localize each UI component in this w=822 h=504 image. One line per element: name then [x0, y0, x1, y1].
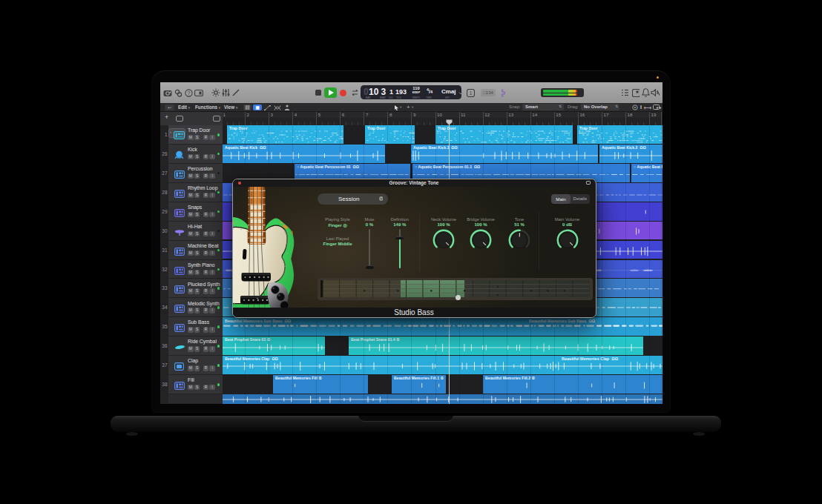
svg-text:?: ?: [188, 90, 191, 96]
svg-text:1: 1: [470, 90, 473, 96]
